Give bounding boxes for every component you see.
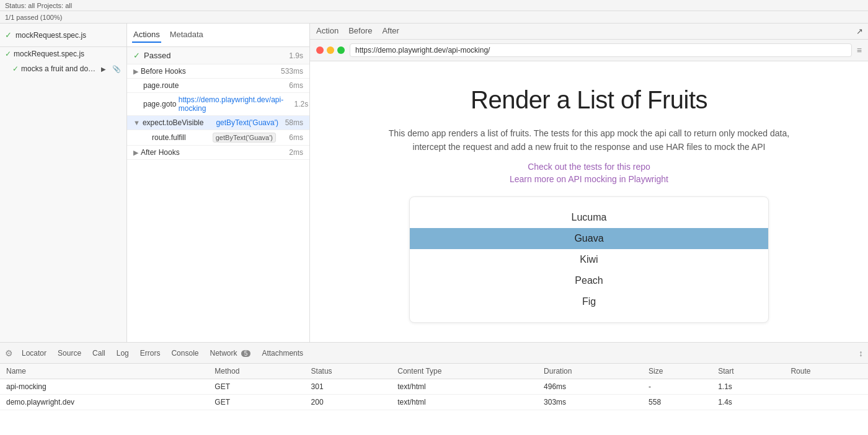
- right-panel: Action Before After ↗ ≡ Render a List of…: [310, 24, 868, 342]
- col-duration: Duration: [538, 364, 642, 379]
- tab-source[interactable]: Source: [53, 346, 86, 360]
- tab-before[interactable]: Before: [347, 24, 373, 39]
- tab-console[interactable]: Console: [166, 346, 203, 360]
- left-header: ✓ mockRequest.spec.js: [0, 24, 126, 47]
- tab-log[interactable]: Log: [112, 346, 134, 360]
- expand-icon[interactable]: ↗: [856, 27, 863, 36]
- tab-metadata[interactable]: Metadata: [169, 27, 205, 43]
- page-description: This demo app renders a list of fruits. …: [372, 126, 806, 154]
- url-bar[interactable]: [350, 43, 852, 57]
- page-goto-link[interactable]: https://demo.playwright.dev/api-mocking: [179, 95, 283, 113]
- col-start: Start: [712, 364, 784, 379]
- middle-panel: Actions Metadata ✓ Passed 1.9s ▶ Before …: [127, 24, 310, 342]
- expand-arrow: ▶: [133, 68, 138, 76]
- middle-tabs: Actions Metadata: [127, 24, 309, 47]
- cell-method: GET: [208, 395, 304, 410]
- tab-network[interactable]: Network 5: [205, 346, 255, 360]
- top-bar: Status: all Projects: all: [0, 0, 868, 11]
- page-goto-row[interactable]: page.goto https://demo.playwright.dev/ap…: [127, 93, 309, 116]
- fruit-kiwi[interactable]: Kiwi: [410, 249, 768, 270]
- col-method: Method: [208, 364, 304, 379]
- col-size: Size: [642, 364, 712, 379]
- projects-label: Projects: all: [37, 2, 72, 9]
- cell-size: -: [642, 379, 712, 395]
- fruits-card: Lucuma Guava Kiwi Peach Fig: [409, 196, 769, 323]
- action-time: 6ms: [278, 81, 303, 90]
- traffic-lights: [316, 46, 345, 54]
- expect-tobevisible-row[interactable]: ▼ expect.toBeVisible getByText('Guava') …: [127, 116, 309, 130]
- action-time: 6ms: [278, 133, 303, 142]
- cell-name: demo.playwright.dev: [0, 395, 208, 410]
- passed-stats: 1/1 passed (100%): [5, 14, 62, 21]
- page-title: Render a List of Fruits: [372, 86, 806, 114]
- expect-link[interactable]: getByText('Guava'): [216, 118, 278, 127]
- cell-size: 558: [642, 395, 712, 410]
- passed-row: ✓ Passed 1.9s: [127, 47, 309, 64]
- bottom-settings-icon[interactable]: ⚙: [5, 348, 13, 358]
- network-badge: 5: [241, 350, 251, 357]
- fruit-lucuma[interactable]: Lucuma: [410, 207, 768, 228]
- action-badge: getByText('Guava'): [213, 133, 276, 143]
- page-link-2[interactable]: Learn more on API mocking in Playwright: [372, 174, 806, 184]
- action-time: 533ms: [278, 67, 303, 76]
- file-item[interactable]: ✓ mockRequest.spec.js: [0, 47, 126, 61]
- left-panel: ✓ mockRequest.spec.js ✓ mockRequest.spec…: [0, 24, 127, 342]
- cell-route: [784, 379, 868, 395]
- tab-attachments[interactable]: Attachments: [257, 346, 308, 360]
- page-route-row[interactable]: page.route 6ms: [127, 79, 309, 93]
- bottom-tabs-bar: ⚙ Locator Source Call Log Errors Console…: [0, 343, 868, 364]
- test-check-icon: ✓: [12, 64, 19, 73]
- action-label: route.fulfill: [152, 133, 213, 142]
- tab-action[interactable]: Action: [315, 24, 340, 39]
- cell-status: 200: [305, 395, 392, 410]
- stats-bar: 1/1 passed (100%): [0, 11, 868, 24]
- main-area: ✓ mockRequest.spec.js ✓ mockRequest.spec…: [0, 24, 868, 342]
- fruit-fig[interactable]: Fig: [410, 291, 768, 312]
- action-label: page.goto: [143, 100, 179, 108]
- tab-call[interactable]: Call: [87, 346, 110, 360]
- cell-method: GET: [208, 379, 304, 395]
- tab-errors[interactable]: Errors: [135, 346, 166, 360]
- page-center: Render a List of Fruits This demo app re…: [372, 86, 806, 335]
- fruit-guava[interactable]: Guava: [410, 228, 768, 249]
- col-status: Status: [305, 364, 392, 379]
- tab-actions[interactable]: Actions: [132, 27, 161, 43]
- route-fulfill-row[interactable]: route.fulfill getByText('Guava') 6ms: [127, 130, 309, 146]
- cell-start: 1.1s: [712, 379, 784, 395]
- cell-route: [784, 395, 868, 410]
- test-label: mocks a fruit and does...: [21, 64, 96, 73]
- browser-bar: ≡: [310, 40, 868, 61]
- run-icon[interactable]: ▶: [99, 63, 109, 74]
- file-name-label: mockRequest.spec.js: [16, 31, 86, 40]
- attach-icon[interactable]: 📎: [111, 63, 122, 74]
- cell-duration: 303ms: [538, 395, 642, 410]
- action-label: Before Hooks: [141, 67, 278, 76]
- fruit-peach[interactable]: Peach: [410, 270, 768, 291]
- browser-menu-icon[interactable]: ≡: [857, 45, 862, 55]
- before-hooks-row[interactable]: ▶ Before Hooks 533ms: [127, 64, 309, 79]
- table-row[interactable]: api-mocking GET 301 text/html 496ms - 1.…: [0, 379, 868, 395]
- right-header-tabs: Action Before After ↗: [310, 24, 868, 40]
- passed-check-icon: ✓: [133, 51, 140, 60]
- tab-locator[interactable]: Locator: [17, 346, 51, 360]
- page-link-1[interactable]: Check out the tests for this repo: [372, 162, 806, 172]
- traffic-light-red: [316, 46, 324, 54]
- table-row[interactable]: demo.playwright.dev GET 200 text/html 30…: [0, 395, 868, 410]
- passed-label: Passed: [144, 51, 289, 60]
- col-content-type: Content Type: [391, 364, 538, 379]
- cell-name: api-mocking: [0, 379, 208, 395]
- action-label: expect.toBeVisible: [143, 118, 216, 127]
- action-time: 1.2s: [283, 100, 308, 108]
- cell-content-type: text/html: [391, 395, 538, 410]
- action-label: After Hooks: [141, 148, 278, 157]
- tab-after[interactable]: After: [381, 24, 400, 39]
- test-item[interactable]: ✓ mocks a fruit and does... ▶ 📎: [0, 61, 126, 77]
- bottom-expand-icon[interactable]: ↕: [859, 348, 863, 358]
- traffic-light-green: [337, 46, 345, 54]
- network-table: Name Method Status Content Type Duration…: [0, 364, 868, 410]
- after-hooks-row[interactable]: ▶ After Hooks 2ms: [127, 146, 309, 160]
- cell-content-type: text/html: [391, 379, 538, 395]
- action-label: page.route: [143, 81, 278, 90]
- file-label: mockRequest.spec.js: [14, 50, 84, 58]
- bottom-panel: ⚙ Locator Source Call Log Errors Console…: [0, 342, 868, 435]
